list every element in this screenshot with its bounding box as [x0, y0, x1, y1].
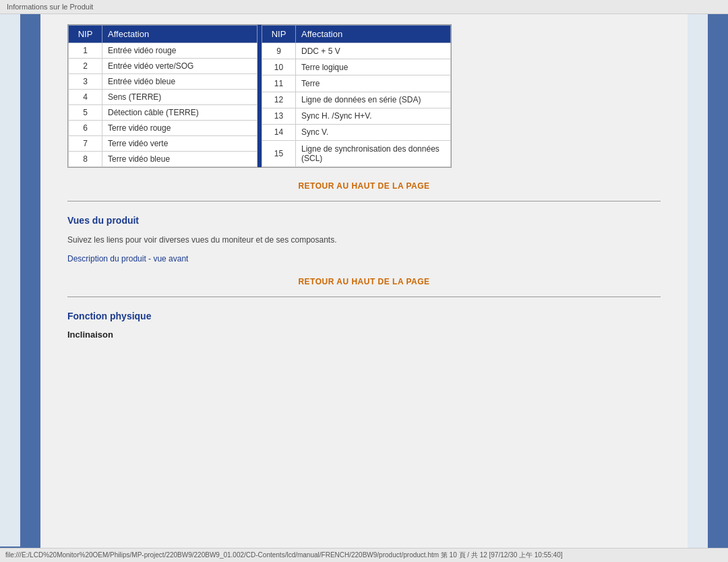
left-pin-table: NIP Affectation 1Entrée vidéo rouge2Entr… [68, 25, 257, 167]
table-row: 9DDC + 5 V [262, 43, 451, 59]
pin-table-wrapper: NIP Affectation 1Entrée vidéo rouge2Entr… [67, 24, 452, 168]
table-row: 14Sync V. [262, 124, 451, 140]
vues-link[interactable]: Description du produit - vue avant [67, 254, 661, 263]
affectation-cell: Entrée vidéo bleue [102, 74, 257, 90]
table-row: 6Terre vidéo rouge [69, 121, 257, 136]
topbar-text: Informations sur le Produit [7, 3, 93, 11]
table-row: 3Entrée vidéo bleue [69, 74, 257, 90]
sidebar-right-blue [708, 14, 728, 553]
nip-cell: 11 [262, 75, 296, 92]
retour-link-2[interactable]: RETOUR AU HAUT DE LA PAGE [67, 277, 661, 286]
nip-cell: 4 [69, 90, 102, 105]
table-row: 7Terre vidéo verte [69, 136, 257, 152]
table-row: 15Ligne de synchronisation des données (… [262, 141, 451, 167]
sidebar-right-light [688, 14, 708, 553]
main-content: NIP Affectation 1Entrée vidéo rouge2Entr… [40, 14, 688, 553]
vues-section: Vues du produit Suivez les liens pour vo… [67, 215, 661, 263]
nip-cell: 2 [69, 59, 102, 74]
right-affectation-header: Affectation [296, 26, 451, 43]
affectation-cell: Sync H. /Sync H+V. [296, 108, 451, 124]
nip-cell: 5 [69, 105, 102, 121]
nip-cell: 10 [262, 59, 296, 75]
table-row: 1Entrée vidéo rouge [69, 43, 257, 59]
affectation-cell: Entrée vidéo verte/SOG [102, 59, 257, 74]
nip-cell: 12 [262, 92, 296, 108]
table-row: 8Terre vidéo bleue [69, 152, 257, 167]
vues-text: Suivez les liens pour voir diverses vues… [67, 234, 661, 246]
nip-cell: 1 [69, 43, 102, 59]
sidebar-left-blue [0, 14, 40, 553]
affectation-cell: Sens (TERRE) [102, 90, 257, 105]
sidebar-left-light [0, 14, 20, 547]
affectation-cell: Terre vidéo rouge [102, 121, 257, 136]
status-text: file:///E:/LCD%20Monitor%20OEM/Philips/M… [5, 551, 563, 559]
nip-cell: 7 [69, 136, 102, 152]
affectation-cell: Sync V. [296, 124, 451, 140]
left-affectation-header: Affectation [102, 26, 257, 43]
retour-link-1[interactable]: RETOUR AU HAUT DE LA PAGE [67, 181, 661, 191]
nip-cell: 3 [69, 74, 102, 90]
affectation-cell: Détection câble (TERRE) [102, 105, 257, 121]
affectation-cell: Terre [296, 75, 451, 92]
divider-1 [67, 201, 661, 201]
table-row: 5Détection câble (TERRE) [69, 105, 257, 121]
vues-title: Vues du produit [67, 215, 661, 226]
top-bar: Informations sur le Produit [0, 0, 728, 14]
affectation-cell: Terre logique [296, 59, 451, 75]
affectation-cell: Ligne de synchronisation des données (SC… [296, 141, 451, 167]
fonction-section: Fonction physique Inclinaison [67, 311, 661, 340]
table-row: 2Entrée vidéo verte/SOG [69, 59, 257, 74]
table-row: 13Sync H. /Sync H+V. [262, 108, 451, 124]
nip-cell: 13 [262, 108, 296, 124]
affectation-cell: Entrée vidéo rouge [102, 43, 257, 59]
inclinaison-label: Inclinaison [67, 330, 661, 340]
right-nip-header: NIP [262, 26, 296, 43]
sidebar-right-container [688, 14, 728, 553]
status-bar: file:///E:/LCD%20Monitor%20OEM/Philips/M… [0, 548, 728, 562]
divider-2 [67, 296, 661, 297]
affectation-cell: Terre vidéo bleue [102, 152, 257, 167]
affectation-cell: Ligne de données en série (SDA) [296, 92, 451, 108]
fonction-title: Fonction physique [67, 311, 661, 321]
table-row: 4Sens (TERRE) [69, 90, 257, 105]
left-nip-header: NIP [69, 26, 102, 43]
table-row: 10Terre logique [262, 59, 451, 75]
nip-cell: 14 [262, 124, 296, 140]
affectation-cell: Terre vidéo verte [102, 136, 257, 152]
table-row: 11Terre [262, 75, 451, 92]
nip-cell: 8 [69, 152, 102, 167]
nip-cell: 15 [262, 141, 296, 167]
right-pin-table: NIP Affectation 9DDC + 5 V10Terre logiqu… [262, 25, 451, 167]
nip-cell: 9 [262, 43, 296, 59]
table-row: 12Ligne de données en série (SDA) [262, 92, 451, 108]
nip-cell: 6 [69, 121, 102, 136]
affectation-cell: DDC + 5 V [296, 43, 451, 59]
